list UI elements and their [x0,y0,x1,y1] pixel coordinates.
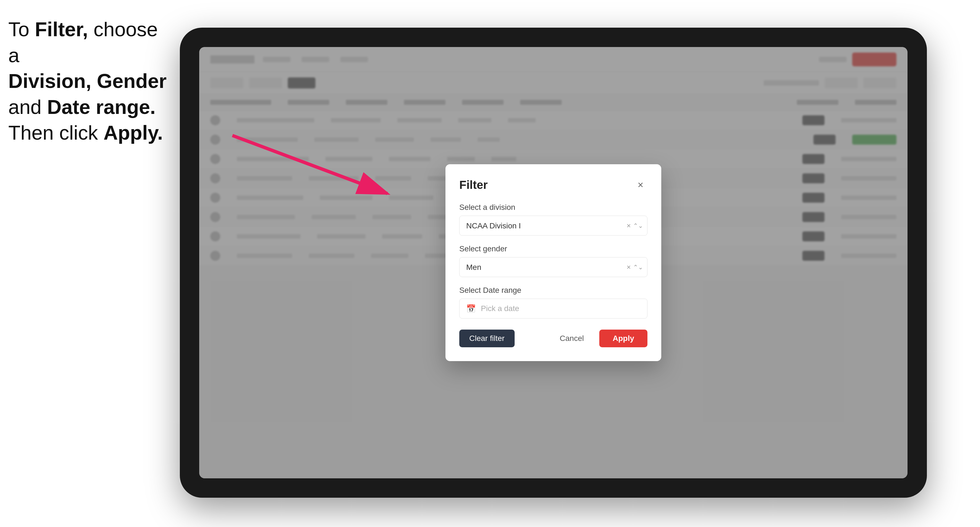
date-label: Select Date range [459,286,648,295]
division-select-wrapper: NCAA Division I × ⌃⌄ [459,216,648,236]
modal-title: Filter [459,178,488,192]
modal-close-button[interactable]: × [633,178,648,192]
gender-select-wrapper: Men × ⌃⌄ [459,257,648,277]
apply-button[interactable]: Apply [599,330,648,347]
clear-filter-button[interactable]: Clear filter [459,330,515,347]
date-form-group: Select Date range 📅 Pick a date [459,286,648,319]
division-label: Select a division [459,203,648,212]
date-placeholder: Pick a date [481,304,519,313]
gender-form-group: Select gender Men × ⌃⌄ [459,244,648,277]
modal-header: Filter × [459,178,648,192]
gender-clear-icon[interactable]: × [627,263,631,271]
division-form-group: Select a division NCAA Division I × ⌃⌄ [459,203,648,236]
modal-footer: Clear filter Cancel Apply [459,330,648,347]
instruction-text: To Filter, choose a Division, Gender and… [8,17,169,146]
gender-label: Select gender [459,244,648,253]
cancel-button[interactable]: Cancel [550,330,594,347]
filter-modal: Filter × Select a division NCAA Division… [445,164,661,361]
tablet-screen: Filter × Select a division NCAA Division… [199,47,907,478]
tablet-frame: Filter × Select a division NCAA Division… [180,28,927,498]
modal-overlay: Filter × Select a division NCAA Division… [199,47,907,478]
bold-apply: Apply. [103,122,163,144]
modal-footer-right: Cancel Apply [550,330,648,347]
bold-date-range: Date range. [47,96,156,118]
bold-filter: Filter, [35,18,88,40]
division-select[interactable]: NCAA Division I [459,216,648,236]
bold-division-gender: Division, Gender [8,70,167,92]
division-clear-icon[interactable]: × [627,221,631,230]
date-input[interactable]: 📅 Pick a date [459,298,648,319]
gender-select[interactable]: Men [459,257,648,277]
calendar-icon: 📅 [466,304,476,313]
